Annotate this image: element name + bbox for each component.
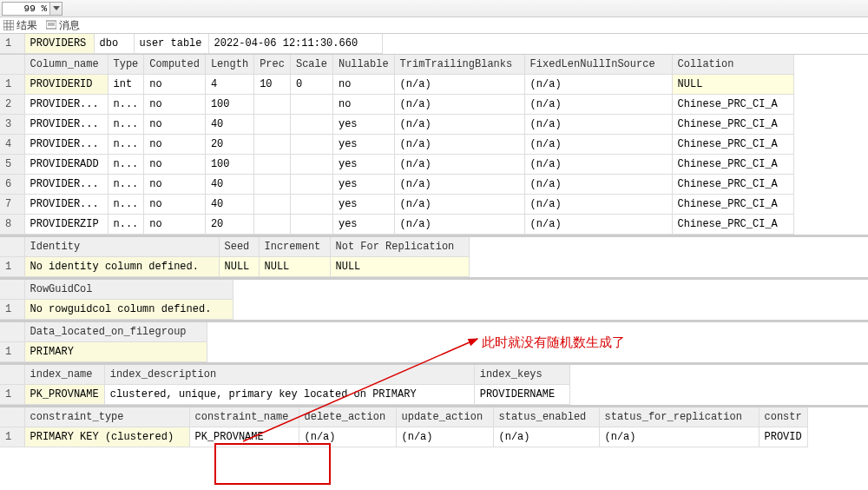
zoom-value: 99 %	[24, 3, 47, 14]
col-hdr[interactable]: Column_name	[24, 55, 108, 75]
table-row[interactable]: 8 PROVIDERZIP n... no 20 yes (n/a) (n/a)…	[0, 215, 793, 235]
table-row[interactable]: 2 PROVIDER... n... no 100 no (n/a) (n/a)…	[0, 95, 793, 115]
col-hdr[interactable]: FixedLenNullInSource	[524, 55, 672, 75]
constraint-row[interactable]: 1 PRIMARY KEY (clustered) PK_PROVNAME (n…	[0, 427, 807, 447]
table-row[interactable]: 7 PROVIDER... n... no 40 yes (n/a) (n/a)…	[0, 195, 793, 215]
zoom-toolbar: 99 %	[0, 0, 868, 17]
rowguid-grid: RowGuidCol 1 No rowguidcol column define…	[0, 279, 868, 321]
col-hdr[interactable]: Scale	[290, 55, 332, 75]
zoom-dropdown-button[interactable]	[50, 2, 62, 16]
svg-rect-0	[3, 20, 14, 30]
constraint-header-row: constraint_type constraint_name delete_a…	[0, 407, 807, 427]
rowguid-row[interactable]: 1 No rowguidcol column defined.	[0, 300, 233, 320]
tab-messages-label: 消息	[59, 18, 80, 33]
created-cell: 2022-04-06 12:11:30.660	[208, 34, 382, 54]
index-grid: index_name index_description index_keys …	[0, 364, 868, 407]
tab-results[interactable]: 结果	[3, 18, 37, 33]
row-header: 1	[0, 34, 24, 54]
meta-grid: 1 PROVIDERS dbo user table 2022-04-06 12…	[0, 33, 868, 54]
filegroup-grid: Data_located_on_filegroup 1 PRIMARY	[0, 321, 868, 364]
col-hdr[interactable]: Prec	[254, 55, 291, 75]
results-tabs: 结果 消息	[0, 17, 868, 33]
table-name-cell: PROVIDERS	[24, 34, 94, 54]
columns-grid: Column_name Type Computed Length Prec Sc…	[0, 54, 868, 236]
red-highlight-box	[214, 443, 331, 485]
col-hdr[interactable]: Computed	[144, 55, 206, 75]
filegroup-header-row: Data_located_on_filegroup	[0, 322, 207, 342]
table-row[interactable]: 5 PROVIDERADD n... no 100 yes (n/a) (n/a…	[0, 155, 793, 175]
table-row[interactable]: 6 PROVIDER... n... no 40 yes (n/a) (n/a)…	[0, 175, 793, 195]
identity-row[interactable]: 1 No identity column defined. NULL NULL …	[0, 257, 469, 277]
tab-messages[interactable]: 消息	[46, 18, 80, 33]
chevron-down-icon	[53, 6, 60, 11]
table-row[interactable]: 3 PROVIDER... n... no 40 yes (n/a) (n/a)…	[0, 115, 793, 135]
zoom-combobox[interactable]: 99 %	[2, 2, 50, 16]
rowguid-header-row: RowGuidCol	[0, 280, 233, 300]
col-hdr[interactable]: Type	[108, 55, 144, 75]
col-hdr[interactable]: Length	[205, 55, 253, 75]
col-hdr[interactable]: TrimTrailingBlanks	[394, 55, 524, 75]
table-row[interactable]: 1 PROVIDERID int no 4 10 0 no (n/a) (n/a…	[0, 75, 793, 95]
messages-icon	[46, 20, 56, 30]
columns-header-row: Column_name Type Computed Length Prec Sc…	[0, 55, 793, 75]
identity-grid: Identity Seed Increment Not For Replicat…	[0, 236, 868, 279]
constraint-grid: constraint_type constraint_name delete_a…	[0, 407, 868, 447]
tab-results-label: 结果	[16, 18, 37, 33]
grid-icon	[3, 20, 14, 30]
meta-row[interactable]: 1 PROVIDERS dbo user table 2022-04-06 12…	[0, 34, 382, 54]
col-hdr[interactable]: Collation	[672, 55, 793, 75]
corner-cell	[0, 55, 24, 75]
index-row[interactable]: 1 PK_PROVNAME clustered, unique, primary…	[0, 385, 569, 405]
owner-cell: dbo	[94, 34, 134, 54]
index-header-row: index_name index_description index_keys	[0, 365, 569, 385]
type-cell: user table	[134, 34, 208, 54]
filegroup-row[interactable]: 1 PRIMARY	[0, 342, 207, 362]
identity-header-row: Identity Seed Increment Not For Replicat…	[0, 237, 469, 257]
col-hdr[interactable]: Nullable	[332, 55, 394, 75]
table-row[interactable]: 4 PROVIDER... n... no 20 yes (n/a) (n/a)…	[0, 135, 793, 155]
